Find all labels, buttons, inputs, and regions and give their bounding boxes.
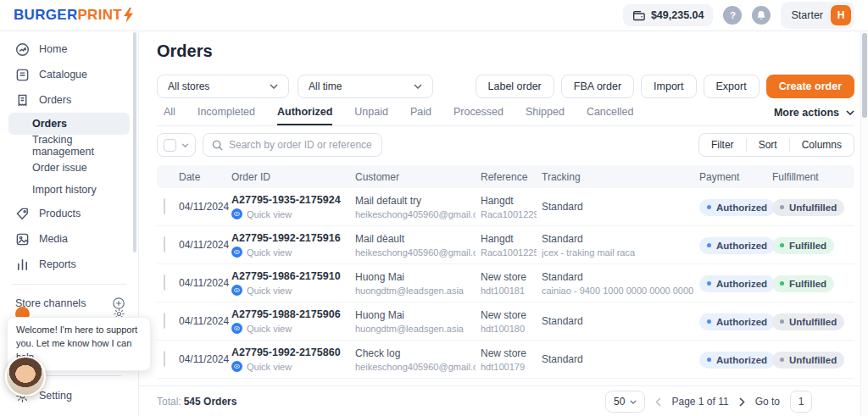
reference-store: Hangdt — [481, 233, 537, 245]
balance-button[interactable]: $49,235.04 — [623, 4, 714, 26]
filter-button[interactable]: Filter — [699, 138, 746, 152]
sidebar-divider — [38, 375, 121, 376]
row-checkbox[interactable] — [164, 236, 165, 252]
help-button[interactable]: ? — [723, 6, 742, 25]
order-date: 04/11/2024 — [179, 353, 231, 365]
tab-all[interactable]: All — [164, 106, 175, 125]
sidebar-subitem-order-issue[interactable]: Order issue — [0, 157, 138, 179]
quick-view-button[interactable]: Quick view — [231, 323, 350, 334]
table-row[interactable]: 04/11/2024 A27795-1935-2175924 Quick vie… — [157, 188, 854, 226]
quick-view-button[interactable]: Quick view — [231, 361, 350, 372]
quick-view-button[interactable]: Quick view — [231, 285, 350, 296]
order-id-link[interactable]: A27795-1986-2175910 — [231, 270, 350, 282]
chevron-down-icon — [181, 143, 189, 147]
sidebar-scrollbar[interactable] — [133, 32, 136, 252]
row-checkbox[interactable] — [164, 275, 165, 291]
import-button[interactable]: Import — [641, 75, 696, 98]
row-checkbox[interactable] — [164, 198, 165, 214]
row-checkbox[interactable] — [164, 351, 165, 367]
avatar: H — [831, 5, 851, 25]
eye-icon — [231, 323, 242, 334]
sidebar-item-media[interactable]: Media — [0, 226, 138, 252]
order-id-link[interactable]: A27795-1988-2175906 — [231, 308, 350, 320]
sidebar-subitem-import-history[interactable]: Import history — [0, 179, 138, 201]
table-row[interactable]: 04/11/2024 A27795-1988-2175906 Quick vie… — [157, 302, 854, 341]
quick-view-button[interactable]: Quick view — [231, 208, 350, 219]
table-row[interactable]: 04/11/2024 A27795-1992-2175860 Quick vie… — [157, 341, 854, 379]
tracking-method: Standard — [542, 315, 694, 327]
goto-page-input[interactable] — [790, 391, 812, 413]
sidebar-subitem-tracking-management[interactable]: Tracking management — [0, 135, 138, 157]
payment-status-badge: Authorized — [699, 199, 775, 216]
lightning-bolt-icon — [122, 8, 135, 23]
more-actions-button[interactable]: More actions — [774, 107, 854, 119]
sidebar-item-label: Products — [39, 208, 81, 219]
order-id-link[interactable]: A27795-1935-2175924 — [231, 194, 350, 206]
tracking-method: Standard — [542, 233, 694, 245]
subitem-label: Import history — [32, 184, 97, 196]
order-id-link[interactable]: A27795-1992-2175916 — [231, 232, 350, 244]
column-header-order-id: Order ID — [231, 171, 355, 183]
tab-shipped[interactable]: Shipped — [526, 106, 565, 125]
tab-cancelled[interactable]: Cancelled — [587, 106, 634, 125]
tab-unpaid[interactable]: Unpaid — [354, 106, 388, 125]
subitem-label: Orders — [32, 118, 67, 130]
logo-text-print: PRINT — [77, 7, 122, 24]
tab-incompleted[interactable]: Incompleted — [198, 106, 255, 125]
time-filter-select[interactable]: All time — [298, 75, 433, 98]
setting-label: Setting — [39, 390, 72, 402]
payment-status-badge: Authorized — [699, 237, 775, 254]
sidebar-item-products[interactable]: Products — [0, 201, 138, 226]
label-order-button[interactable]: Label order — [476, 75, 554, 98]
support-chat-avatar[interactable] — [5, 356, 46, 397]
store-filter-select[interactable]: All stores — [157, 75, 289, 98]
quick-view-button[interactable]: Quick view — [231, 247, 350, 258]
main-content: Orders All stores All time Create order … — [139, 31, 868, 416]
account-menu[interactable]: Starter H — [781, 2, 854, 29]
sidebar-item-orders[interactable]: Orders — [0, 87, 138, 113]
search-icon — [212, 140, 223, 151]
select-all-dropdown[interactable] — [157, 133, 196, 157]
select-all-checkbox[interactable] — [164, 139, 176, 152]
search-input[interactable] — [229, 139, 373, 151]
reference-id: Raca1001225 — [481, 247, 537, 258]
goto-label: Go to — [755, 396, 780, 408]
sidebar-item-home[interactable]: Home — [0, 36, 138, 62]
fba-order-button[interactable]: FBA order — [561, 75, 634, 98]
fulfillment-status-badge: Unfulfilled — [772, 199, 844, 216]
table-row[interactable]: 04/11/2024 A27795-1986-2175910 Quick vie… — [157, 264, 854, 302]
plan-label: Starter — [791, 9, 823, 21]
page-size-value: 50 — [614, 396, 625, 408]
logo[interactable]: BURGERPRINT — [14, 7, 135, 24]
customer-email: huongdtm@leadsgen.asia — [355, 286, 476, 296]
sidebar-item-reports[interactable]: Reports — [0, 252, 138, 277]
reference-id: hdt100180 — [481, 324, 537, 334]
prev-page-button[interactable] — [655, 397, 661, 407]
create-order-button[interactable]: Create order — [766, 75, 854, 98]
columns-button[interactable]: Columns — [789, 138, 854, 152]
sort-button[interactable]: Sort — [746, 138, 789, 152]
main-scrollbar-thumb[interactable] — [862, 33, 867, 118]
page-size-select[interactable]: 50 — [605, 391, 645, 413]
total-label: Total: — [157, 396, 181, 408]
next-page-button[interactable] — [739, 397, 745, 407]
quick-view-label: Quick view — [247, 209, 292, 219]
tab-paid[interactable]: Paid — [410, 106, 431, 125]
sidebar-divider — [12, 284, 126, 285]
sidebar-item-catalogue[interactable]: Catalogue — [0, 62, 138, 87]
media-image-icon — [15, 232, 30, 247]
main-scrollbar-track[interactable] — [860, 31, 868, 416]
pagination: 50 Page 1 of 11 Go to — [605, 391, 812, 413]
tab-authorized[interactable]: Authorized — [277, 106, 332, 125]
export-button[interactable]: Export — [704, 75, 760, 98]
column-header-payment: Payment — [699, 171, 772, 183]
order-id-link[interactable]: A27795-1992-2175860 — [231, 347, 350, 358]
notifications-button[interactable] — [752, 6, 771, 25]
tracking-method: Standard — [542, 353, 694, 365]
more-actions-label: More actions — [774, 107, 839, 119]
row-checkbox[interactable] — [164, 313, 165, 329]
table-row[interactable]: 04/11/2024 A27795-1992-2175916 Quick vie… — [157, 226, 854, 264]
column-header-date: Date — [179, 171, 231, 183]
sidebar-subitem-orders[interactable]: Orders — [8, 113, 130, 135]
tab-processed[interactable]: Processed — [453, 106, 504, 125]
